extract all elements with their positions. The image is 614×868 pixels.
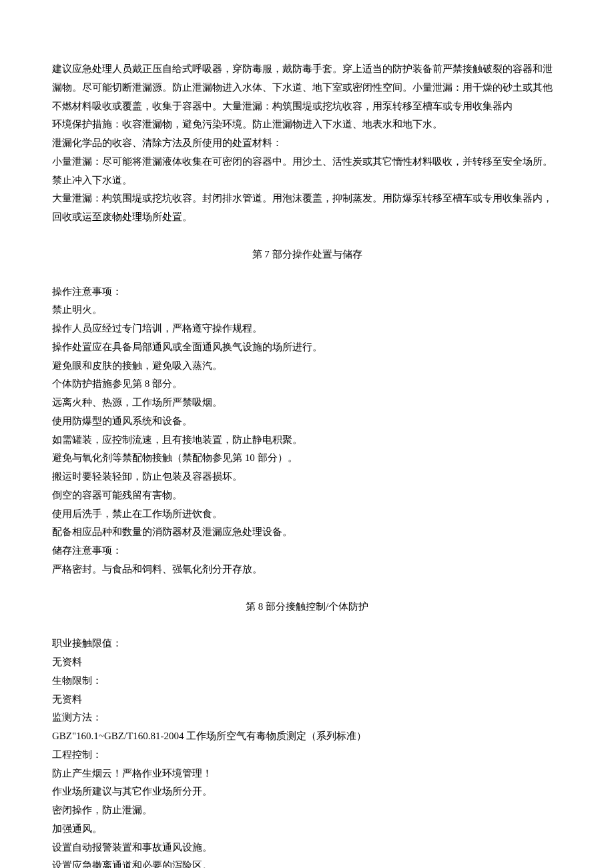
section8-line: 工程控制： [52, 746, 562, 765]
section7-line: 避免与氧化剂等禁配物接触（禁配物参见第 10 部分）。 [52, 449, 562, 468]
section8-line: 密闭操作，防止泄漏。 [52, 801, 562, 820]
section7-line: 禁止明火。 [52, 301, 562, 320]
section8-line: 设置自动报警装置和事故通风设施。 [52, 839, 562, 857]
section7-title: 第 7 部分操作处置与储存 [52, 246, 562, 264]
section8-line: 监测方法： [52, 709, 562, 727]
section7-line: 操作注意事项： [52, 283, 562, 302]
section8-line: 无资料 [52, 691, 562, 709]
section7-line: 使用后洗手，禁止在工作场所进饮食。 [52, 505, 562, 524]
section7-line: 倒空的容器可能残留有害物。 [52, 486, 562, 505]
section7-line: 个体防护措施参见第 8 部分。 [52, 375, 562, 394]
section7-line: 使用防爆型的通风系统和设备。 [52, 412, 562, 431]
section7-line: 严格密封。与食品和饲料、强氧化剂分开存放。 [52, 560, 562, 579]
intro-p4: 小量泄漏：尽可能将泄漏液体收集在可密闭的容器中。用沙土、活性炭或其它惰性材料吸收… [52, 153, 562, 190]
section7-line: 配备相应品种和数量的消防器材及泄漏应急处理设备。 [52, 523, 562, 542]
section8-title: 第 8 部分接触控制/个体防护 [52, 598, 562, 616]
section8-line: 加强通风。 [52, 820, 562, 839]
section8-line: 作业场所建议与其它作业场所分开。 [52, 783, 562, 801]
section8-line: GBZ"160.1~GBZ/T160.81-2004 工作场所空气有毒物质测定（… [52, 727, 562, 746]
section7-line: 操作人员应经过专门培训，严格遵守操作规程。 [52, 320, 562, 338]
intro-p2: 环境保护措施：收容泄漏物，避免污染环境。防止泄漏物进入下水道、地表水和地下水。 [52, 115, 562, 134]
section8-line: 防止产生烟云！严格作业环境管理！ [52, 765, 562, 783]
section7-line: 搬运时要轻装轻卸，防止包装及容器损坏。 [52, 468, 562, 486]
intro-p1: 建议应急处理人员戴正压自给式呼吸器，穿防毒服，戴防毒手套。穿上适当的防护装备前严… [52, 60, 562, 115]
intro-p5: 大量泄漏：构筑围堤或挖坑收容。封闭排水管道。用泡沫覆盖，抑制蒸发。用防爆泵转移至… [52, 189, 562, 227]
section7-line: 远离火种、热源，工作场所严禁吸烟。 [52, 394, 562, 412]
section8-line: 职业接触限值： [52, 634, 562, 653]
section7-line: 如需罐装，应控制流速，且有接地装置，防止静电积聚。 [52, 431, 562, 450]
section7-line: 操作处置应在具备局部通风或全面通风换气设施的场所进行。 [52, 338, 562, 357]
section7-line: 避免眼和皮肤的接触，避免吸入蒸汽。 [52, 357, 562, 376]
section8-line: 生物限制： [52, 672, 562, 691]
section8-line: 设置应急撤离通道和必要的泻险区。 [52, 857, 562, 868]
intro-p3: 泄漏化学品的收容、清除方法及所使用的处置材料： [52, 134, 562, 153]
section8-line: 无资料 [52, 653, 562, 672]
section7-line: 储存注意事项： [52, 542, 562, 560]
